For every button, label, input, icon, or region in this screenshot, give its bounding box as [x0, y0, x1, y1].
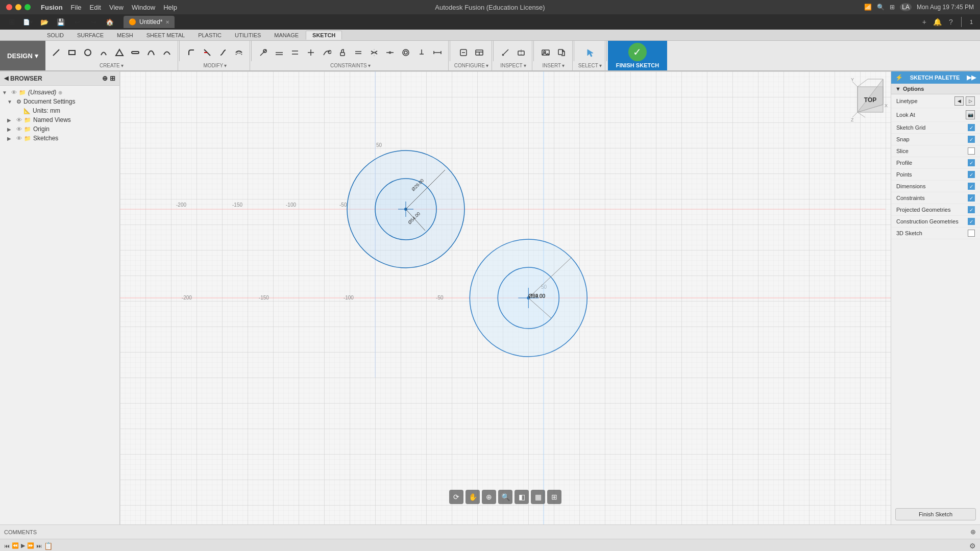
extend-tool[interactable]	[215, 45, 231, 60]
symmetry-constraint[interactable]	[366, 45, 382, 60]
slot-tool[interactable]	[128, 45, 143, 60]
play-end-icon[interactable]: ⏭	[36, 543, 42, 549]
parallel-constraint[interactable]	[287, 45, 303, 60]
control-center-icon[interactable]: ⊞	[890, 4, 895, 11]
tangent-constraint[interactable]	[319, 45, 334, 60]
home-icon[interactable]: 🏠	[102, 14, 117, 30]
canvas[interactable]: 50 -200 -150 -100 -50 Ø29.00	[120, 71, 891, 524]
design-dropdown[interactable]: DESIGN ▾	[0, 41, 45, 70]
tab-manage[interactable]: MANAGE	[268, 31, 305, 39]
settings-gear-icon[interactable]: ⚙	[969, 542, 976, 550]
undo-icon[interactable]: ↩	[69, 14, 85, 30]
concentric-constraint[interactable]	[398, 45, 413, 60]
line-tool[interactable]	[48, 45, 64, 60]
play-back-icon[interactable]: ⏪	[12, 542, 19, 549]
orbit-icon[interactable]: ⟳	[449, 490, 463, 504]
menu-file[interactable]: File	[71, 4, 82, 11]
visual-style-icon[interactable]: ▦	[531, 490, 545, 504]
points-checkbox[interactable]: ✓	[968, 171, 975, 178]
tree-origin[interactable]: ▶ 👁 📁 Origin	[0, 124, 119, 134]
tree-named-views[interactable]: ▶ 👁 📁 Named Views	[0, 115, 119, 124]
section-analysis-icon[interactable]	[513, 45, 529, 60]
dimension-tool[interactable]	[430, 45, 445, 60]
open-file-icon[interactable]: 📂	[37, 14, 52, 30]
doc-expand[interactable]: ▼	[7, 99, 14, 105]
comments-expand-icon[interactable]: ⊕	[970, 528, 976, 536]
coincident-constraint[interactable]	[256, 45, 271, 60]
maximize-button[interactable]	[24, 4, 31, 10]
snap-checkbox[interactable]: ✓	[968, 136, 975, 143]
notifications-icon[interactable]: 🔔	[933, 17, 943, 27]
menu-edit[interactable]: Edit	[90, 4, 101, 11]
spline-tool[interactable]	[143, 45, 159, 60]
polygon-tool[interactable]	[112, 45, 127, 60]
new-file-dropdown[interactable]: 📄▾	[20, 14, 36, 30]
measure-icon[interactable]	[498, 45, 513, 60]
browser-expand-icon[interactable]: ⊞	[110, 74, 115, 82]
close-button[interactable]	[6, 4, 12, 10]
tab-sketch[interactable]: SKETCH	[306, 31, 342, 40]
linetype-right-icon[interactable]: ▷	[966, 96, 975, 106]
pan-icon[interactable]: ✋	[465, 490, 480, 504]
view-cube[interactable]: TOP Z Y X	[850, 77, 886, 112]
browser-add-icon[interactable]: ⊕	[102, 74, 108, 82]
tree-doc-settings[interactable]: ▼ ⚙ Document Settings	[0, 97, 119, 106]
sketch-grid-checkbox[interactable]: ✓	[968, 124, 975, 131]
dimensions-checkbox[interactable]: ✓	[968, 183, 975, 190]
modify-section-label[interactable]: MODIFY▾	[203, 63, 227, 68]
save-icon[interactable]: 💾	[53, 14, 68, 30]
equal-constraint[interactable]	[351, 45, 366, 60]
insert-section-label[interactable]: INSERT▾	[543, 63, 565, 68]
profile-checkbox[interactable]: ✓	[968, 159, 975, 166]
offset-tool[interactable]	[231, 45, 247, 60]
tab-mesh[interactable]: MESH	[111, 31, 139, 39]
3d-sketch-checkbox[interactable]	[968, 230, 975, 237]
zoom-fit-icon[interactable]: ⊕	[482, 490, 496, 504]
fillet-tool[interactable]	[184, 45, 199, 60]
new-tab-icon[interactable]: +	[919, 17, 929, 27]
named-views-expand[interactable]: ▶	[7, 117, 14, 123]
circle-tool[interactable]	[80, 45, 95, 60]
grid-options-icon[interactable]: ⊞	[547, 490, 561, 504]
select-tool[interactable]	[582, 45, 598, 60]
constraints-section-label[interactable]: CONSTRAINTS▾	[330, 63, 371, 68]
user-avatar[interactable]: LA	[900, 3, 912, 11]
slice-checkbox[interactable]	[968, 147, 975, 155]
menu-window[interactable]: Window	[132, 4, 155, 11]
tab-solid[interactable]: SOLID	[41, 31, 70, 39]
redo-icon[interactable]: ↪	[86, 14, 101, 30]
grid-view-icon[interactable]: ⊞	[4, 14, 19, 30]
fix-constraint[interactable]	[414, 45, 429, 60]
palette-finish-sketch-btn[interactable]: Finish Sketch	[895, 508, 976, 520]
configure-section-label[interactable]: CONFIGURE▾	[454, 63, 488, 68]
play-start-icon[interactable]: ⏮	[4, 543, 10, 549]
arc-tool[interactable]	[96, 45, 111, 60]
sketch-settings-icon[interactable]	[456, 45, 471, 60]
play-forward-icon[interactable]: ⏩	[27, 542, 34, 549]
insert-image-icon[interactable]	[538, 45, 553, 60]
finish-sketch-button[interactable]: ✓ FINISH SKETCH	[608, 41, 667, 70]
perpendicular-constraint[interactable]	[303, 45, 318, 60]
root-expand[interactable]: ▼	[2, 90, 9, 95]
collinear-constraint[interactable]	[272, 45, 287, 60]
browser-collapse-icon[interactable]: ◀	[4, 75, 8, 82]
origin-expand[interactable]: ▶	[7, 127, 14, 132]
tab-plastic[interactable]: PLASTIC	[192, 31, 228, 39]
zoom-icon[interactable]: 🔍	[498, 490, 512, 504]
insert-dxf-icon[interactable]	[554, 45, 569, 60]
play-icon[interactable]: ▶	[21, 542, 25, 549]
tab-surface[interactable]: SURFACE	[71, 31, 110, 39]
table-icon[interactable]	[472, 45, 487, 60]
linetype-left-icon[interactable]: ◀	[954, 96, 964, 106]
construction-geom-checkbox[interactable]: ✓	[968, 218, 975, 225]
palette-collapse-icon[interactable]: ▶▶	[967, 74, 976, 81]
menu-view[interactable]: View	[109, 4, 124, 11]
create-section-label[interactable]: CREATE▾	[100, 63, 124, 68]
sketches-expand[interactable]: ▶	[7, 136, 14, 141]
conic-tool[interactable]	[159, 45, 175, 60]
tab-sheet-metal[interactable]: SHEET METAL	[140, 31, 191, 39]
search-icon[interactable]: 🔍	[877, 4, 885, 11]
inspect-section-label[interactable]: INSPECT▾	[500, 63, 526, 68]
timeline-icon[interactable]: 📋	[44, 542, 53, 550]
projected-geom-checkbox[interactable]: ✓	[968, 206, 975, 213]
